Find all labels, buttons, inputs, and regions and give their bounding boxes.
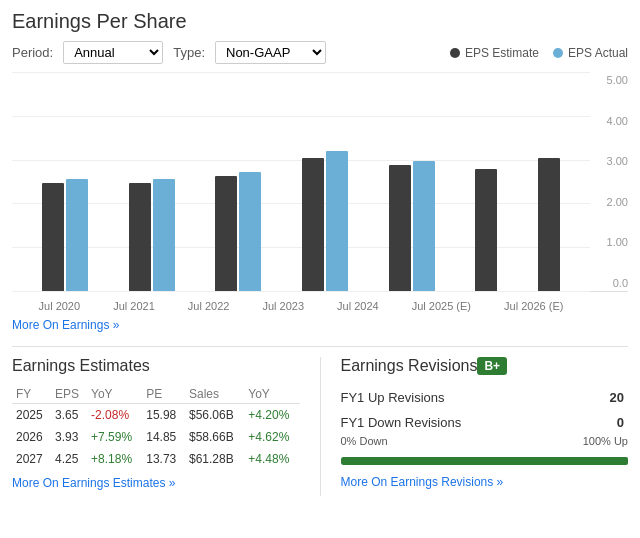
legend-actual: EPS Actual xyxy=(553,46,628,60)
more-earnings-link[interactable]: More On Earnings » xyxy=(12,318,119,332)
bar-group xyxy=(302,151,348,291)
x-axis-label: Jul 2021 xyxy=(113,300,155,312)
cell-eps: 3.65 xyxy=(51,404,87,427)
x-axis-label: Jul 2025 (E) xyxy=(412,300,471,312)
page-container: Earnings Per Share Period: Annual Quarte… xyxy=(0,0,640,506)
estimate-bar xyxy=(538,158,560,291)
cell-yoy1: -2.08% xyxy=(87,404,142,427)
grid-line-0 xyxy=(12,291,590,292)
col-pe: PE xyxy=(142,385,185,404)
bar-group xyxy=(129,179,175,291)
x-axis-label: Jul 2026 (E) xyxy=(504,300,563,312)
estimates-table: FY EPS YoY PE Sales YoY 2025 3.65 -2.08%… xyxy=(12,385,300,470)
revision-label: FY1 Down Revisions xyxy=(341,410,583,435)
y-label-0: 0.0 xyxy=(613,277,628,289)
revision-value: 0 xyxy=(583,410,628,435)
cell-eps: 3.93 xyxy=(51,426,87,448)
estimates-tbody: 2025 3.65 -2.08% 15.98 $56.06B +4.20% 20… xyxy=(12,404,300,471)
chart-legend: EPS Estimate EPS Actual xyxy=(450,46,628,60)
cell-sales: $61.28B xyxy=(185,448,244,470)
estimates-row: 2025 3.65 -2.08% 15.98 $56.06B +4.20% xyxy=(12,404,300,427)
actual-bar xyxy=(66,179,88,291)
actual-bar xyxy=(239,172,261,291)
estimates-row: 2026 3.93 +7.59% 14.85 $58.66B +4.62% xyxy=(12,426,300,448)
y-label-4: 4.00 xyxy=(607,115,628,127)
cell-sales: $58.66B xyxy=(185,426,244,448)
col-yoy2: YoY xyxy=(244,385,299,404)
bar-chart: 5.00 4.00 3.00 2.00 1.00 0.0 xyxy=(12,72,628,292)
revisions-row: FY1 Up Revisions 20 xyxy=(341,385,629,410)
bar-group xyxy=(538,158,560,291)
revision-bar xyxy=(341,457,629,465)
y-label-1: 1.00 xyxy=(607,236,628,248)
x-axis-label: Jul 2022 xyxy=(188,300,230,312)
revisions-tbody: FY1 Up Revisions 20 FY1 Down Revisions 0 xyxy=(341,385,629,435)
type-select[interactable]: Non-GAAP GAAP xyxy=(215,41,326,64)
col-eps: EPS xyxy=(51,385,87,404)
col-sales: Sales xyxy=(185,385,244,404)
earnings-estimates-section: Earnings Estimates FY EPS YoY PE Sales Y… xyxy=(12,357,321,496)
cell-fy: 2027 xyxy=(12,448,51,470)
col-fy: FY xyxy=(12,385,51,404)
page-title: Earnings Per Share xyxy=(12,10,628,33)
cell-pe: 13.73 xyxy=(142,448,185,470)
col-yoy1: YoY xyxy=(87,385,142,404)
actual-bar xyxy=(153,179,175,291)
revision-bar-labels: 0% Down 100% Up xyxy=(341,435,629,447)
earnings-revisions-section: Earnings Revisions B+ FY1 Up Revisions 2… xyxy=(321,357,629,496)
bar-label-right: 100% Up xyxy=(583,435,628,447)
y-label-5: 5.00 xyxy=(607,74,628,86)
x-axis-labels: Jul 2020Jul 2021Jul 2022Jul 2023Jul 2024… xyxy=(12,296,590,312)
revision-bar-fill xyxy=(341,457,629,465)
bar-group xyxy=(475,169,497,291)
x-axis-label: Jul 2023 xyxy=(262,300,304,312)
cell-yoy2: +4.62% xyxy=(244,426,299,448)
cell-yoy2: +4.48% xyxy=(244,448,299,470)
estimate-bar xyxy=(389,165,411,291)
x-axis-label: Jul 2020 xyxy=(39,300,81,312)
period-label: Period: xyxy=(12,45,53,60)
bar-label-left: 0% Down xyxy=(341,435,388,447)
estimates-row: 2027 4.25 +8.18% 13.73 $61.28B +4.48% xyxy=(12,448,300,470)
estimate-bar xyxy=(42,183,64,291)
estimate-bar xyxy=(475,169,497,291)
estimate-bar xyxy=(215,176,237,291)
revisions-table: FY1 Up Revisions 20 FY1 Down Revisions 0 xyxy=(341,385,629,435)
legend-estimate-label: EPS Estimate xyxy=(465,46,539,60)
revisions-title: Earnings Revisions xyxy=(341,357,478,375)
estimate-bar xyxy=(129,183,151,291)
cell-yoy1: +7.59% xyxy=(87,426,142,448)
y-label-2: 2.00 xyxy=(607,196,628,208)
cell-fy: 2025 xyxy=(12,404,51,427)
type-label: Type: xyxy=(173,45,205,60)
estimates-thead: FY EPS YoY PE Sales YoY xyxy=(12,385,300,404)
actual-bar xyxy=(413,161,435,291)
legend-estimate: EPS Estimate xyxy=(450,46,539,60)
y-label-3: 3.00 xyxy=(607,155,628,167)
revision-value: 20 xyxy=(583,385,628,410)
actual-bar xyxy=(326,151,348,291)
bar-group xyxy=(42,179,88,291)
revisions-row: FY1 Down Revisions 0 xyxy=(341,410,629,435)
bars-container xyxy=(12,72,590,291)
more-revisions-link[interactable]: More On Earnings Revisions » xyxy=(341,475,504,489)
cell-eps: 4.25 xyxy=(51,448,87,470)
cell-yoy1: +8.18% xyxy=(87,448,142,470)
chart-inner xyxy=(12,72,590,291)
period-select[interactable]: Annual Quarterly xyxy=(63,41,163,64)
actual-dot xyxy=(553,48,563,58)
bar-group xyxy=(215,172,261,291)
legend-actual-label: EPS Actual xyxy=(568,46,628,60)
cell-sales: $56.06B xyxy=(185,404,244,427)
more-estimates-link[interactable]: More On Earnings Estimates » xyxy=(12,476,175,490)
chart-controls: Period: Annual Quarterly Type: Non-GAAP … xyxy=(12,41,628,64)
cell-yoy2: +4.20% xyxy=(244,404,299,427)
estimates-title: Earnings Estimates xyxy=(12,357,300,375)
estimate-dot xyxy=(450,48,460,58)
cell-pe: 15.98 xyxy=(142,404,185,427)
estimates-header-row: FY EPS YoY PE Sales YoY xyxy=(12,385,300,404)
revisions-badge: B+ xyxy=(477,357,507,375)
y-axis: 5.00 4.00 3.00 2.00 1.00 0.0 xyxy=(592,72,628,291)
section-divider xyxy=(12,346,628,347)
cell-fy: 2026 xyxy=(12,426,51,448)
